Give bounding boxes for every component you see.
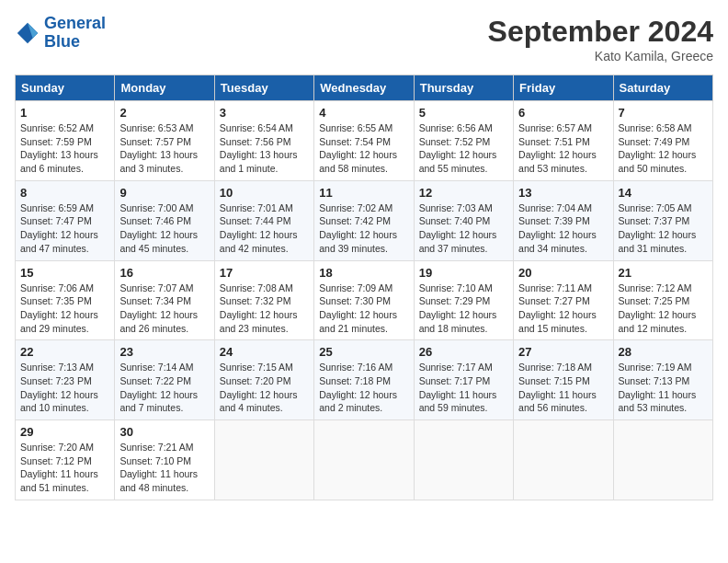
calendar-cell: 26Sunrise: 7:17 AMSunset: 7:17 PMDayligh… bbox=[414, 340, 513, 420]
calendar-cell: 15Sunrise: 7:06 AMSunset: 7:35 PMDayligh… bbox=[16, 260, 115, 340]
day-info: Sunrise: 7:12 AMSunset: 7:25 PMDaylight:… bbox=[619, 282, 708, 336]
day-number: 9 bbox=[119, 186, 209, 200]
weekday-header-friday: Friday bbox=[514, 75, 613, 101]
weekday-header-monday: Monday bbox=[115, 75, 214, 101]
calendar-cell: 6Sunrise: 6:57 AMSunset: 7:51 PMDaylight… bbox=[514, 101, 613, 181]
day-number: 21 bbox=[619, 266, 708, 280]
day-number: 6 bbox=[518, 106, 608, 120]
calendar-cell: 21Sunrise: 7:12 AMSunset: 7:25 PMDayligh… bbox=[613, 260, 712, 340]
calendar-cell: 11Sunrise: 7:02 AMSunset: 7:42 PMDayligh… bbox=[314, 180, 414, 260]
day-info: Sunrise: 6:53 AMSunset: 7:57 PMDaylight:… bbox=[119, 121, 209, 176]
day-info: Sunrise: 7:17 AMSunset: 7:17 PMDaylight:… bbox=[419, 361, 508, 415]
calendar-cell: 1Sunrise: 6:52 AMSunset: 7:59 PMDaylight… bbox=[16, 101, 115, 181]
day-info: Sunrise: 6:59 AMSunset: 7:47 PMDaylight:… bbox=[20, 201, 109, 256]
calendar-cell: 18Sunrise: 7:09 AMSunset: 7:30 PMDayligh… bbox=[314, 260, 414, 340]
day-number: 26 bbox=[419, 345, 508, 359]
calendar-cell: 27Sunrise: 7:18 AMSunset: 7:15 PMDayligh… bbox=[514, 340, 613, 420]
day-number: 22 bbox=[20, 345, 109, 359]
title-block: September 2024 Kato Kamila, Greece bbox=[488, 15, 713, 63]
calendar-cell: 20Sunrise: 7:11 AMSunset: 7:27 PMDayligh… bbox=[514, 260, 613, 340]
logo-icon bbox=[15, 20, 40, 46]
day-info: Sunrise: 7:07 AMSunset: 7:34 PMDaylight:… bbox=[119, 282, 209, 336]
day-info: Sunrise: 7:03 AMSunset: 7:40 PMDaylight:… bbox=[419, 201, 508, 256]
day-number: 16 bbox=[119, 266, 209, 280]
calendar-cell: 23Sunrise: 7:14 AMSunset: 7:22 PMDayligh… bbox=[115, 340, 214, 420]
calendar-cell: 25Sunrise: 7:16 AMSunset: 7:18 PMDayligh… bbox=[314, 340, 414, 420]
calendar-week-row: 8Sunrise: 6:59 AMSunset: 7:47 PMDaylight… bbox=[16, 180, 713, 260]
calendar-cell bbox=[613, 420, 712, 500]
day-number: 28 bbox=[619, 345, 708, 359]
day-number: 29 bbox=[20, 425, 109, 439]
day-info: Sunrise: 7:00 AMSunset: 7:46 PMDaylight:… bbox=[119, 201, 209, 256]
day-info: Sunrise: 7:10 AMSunset: 7:29 PMDaylight:… bbox=[419, 282, 508, 336]
calendar-cell: 29Sunrise: 7:20 AMSunset: 7:12 PMDayligh… bbox=[16, 420, 115, 500]
day-number: 4 bbox=[319, 106, 408, 120]
calendar-cell: 19Sunrise: 7:10 AMSunset: 7:29 PMDayligh… bbox=[414, 260, 513, 340]
day-info: Sunrise: 6:55 AMSunset: 7:54 PMDaylight:… bbox=[319, 121, 408, 176]
day-number: 5 bbox=[419, 106, 508, 120]
day-info: Sunrise: 7:20 AMSunset: 7:12 PMDaylight:… bbox=[20, 441, 109, 495]
day-number: 18 bbox=[319, 266, 408, 280]
day-info: Sunrise: 7:19 AMSunset: 7:13 PMDaylight:… bbox=[619, 361, 708, 415]
day-number: 13 bbox=[518, 186, 608, 200]
day-number: 8 bbox=[20, 186, 109, 200]
calendar-week-row: 29Sunrise: 7:20 AMSunset: 7:12 PMDayligh… bbox=[16, 420, 713, 500]
weekday-header-sunday: Sunday bbox=[16, 75, 115, 101]
day-info: Sunrise: 6:57 AMSunset: 7:51 PMDaylight:… bbox=[518, 121, 608, 176]
day-number: 17 bbox=[220, 266, 309, 280]
calendar-cell: 4Sunrise: 6:55 AMSunset: 7:54 PMDaylight… bbox=[314, 101, 414, 181]
calendar-cell bbox=[214, 420, 313, 500]
day-number: 2 bbox=[119, 106, 209, 120]
calendar-cell: 3Sunrise: 6:54 AMSunset: 7:56 PMDaylight… bbox=[214, 101, 313, 181]
calendar-week-row: 22Sunrise: 7:13 AMSunset: 7:23 PMDayligh… bbox=[16, 340, 713, 420]
calendar-cell: 30Sunrise: 7:21 AMSunset: 7:10 PMDayligh… bbox=[115, 420, 214, 500]
calendar-week-row: 1Sunrise: 6:52 AMSunset: 7:59 PMDaylight… bbox=[16, 101, 713, 181]
calendar-week-row: 15Sunrise: 7:06 AMSunset: 7:35 PMDayligh… bbox=[16, 260, 713, 340]
calendar-cell: 14Sunrise: 7:05 AMSunset: 7:37 PMDayligh… bbox=[613, 180, 712, 260]
logo-text: General Blue bbox=[44, 15, 106, 52]
weekday-header-wednesday: Wednesday bbox=[314, 75, 414, 101]
day-number: 27 bbox=[518, 345, 608, 359]
logo-line1: General bbox=[44, 14, 106, 32]
calendar-cell: 16Sunrise: 7:07 AMSunset: 7:34 PMDayligh… bbox=[115, 260, 214, 340]
day-info: Sunrise: 7:09 AMSunset: 7:30 PMDaylight:… bbox=[319, 282, 408, 336]
day-info: Sunrise: 7:04 AMSunset: 7:39 PMDaylight:… bbox=[518, 201, 608, 256]
calendar-table: SundayMondayTuesdayWednesdayThursdayFrid… bbox=[15, 75, 713, 500]
calendar-cell bbox=[414, 420, 513, 500]
day-number: 24 bbox=[220, 345, 309, 359]
day-info: Sunrise: 7:14 AMSunset: 7:22 PMDaylight:… bbox=[119, 361, 209, 415]
location-subtitle: Kato Kamila, Greece bbox=[488, 49, 713, 63]
day-number: 10 bbox=[220, 186, 309, 200]
day-info: Sunrise: 7:15 AMSunset: 7:20 PMDaylight:… bbox=[220, 361, 309, 415]
calendar-cell: 17Sunrise: 7:08 AMSunset: 7:32 PMDayligh… bbox=[214, 260, 313, 340]
calendar-cell: 22Sunrise: 7:13 AMSunset: 7:23 PMDayligh… bbox=[16, 340, 115, 420]
calendar-cell: 24Sunrise: 7:15 AMSunset: 7:20 PMDayligh… bbox=[214, 340, 313, 420]
calendar-cell bbox=[514, 420, 613, 500]
calendar-cell: 12Sunrise: 7:03 AMSunset: 7:40 PMDayligh… bbox=[414, 180, 513, 260]
calendar-cell bbox=[314, 420, 414, 500]
day-info: Sunrise: 7:13 AMSunset: 7:23 PMDaylight:… bbox=[20, 361, 109, 415]
day-number: 15 bbox=[20, 266, 109, 280]
weekday-header-saturday: Saturday bbox=[613, 75, 712, 101]
calendar-body: 1Sunrise: 6:52 AMSunset: 7:59 PMDaylight… bbox=[16, 101, 713, 500]
calendar-cell: 28Sunrise: 7:19 AMSunset: 7:13 PMDayligh… bbox=[613, 340, 712, 420]
calendar-cell: 2Sunrise: 6:53 AMSunset: 7:57 PMDaylight… bbox=[115, 101, 214, 181]
day-number: 19 bbox=[419, 266, 508, 280]
day-number: 14 bbox=[619, 186, 708, 200]
day-number: 3 bbox=[220, 106, 309, 120]
day-info: Sunrise: 7:11 AMSunset: 7:27 PMDaylight:… bbox=[518, 282, 608, 336]
day-number: 30 bbox=[119, 425, 209, 439]
weekday-header-thursday: Thursday bbox=[414, 75, 513, 101]
day-number: 12 bbox=[419, 186, 508, 200]
day-info: Sunrise: 7:02 AMSunset: 7:42 PMDaylight:… bbox=[319, 201, 408, 256]
weekday-row: SundayMondayTuesdayWednesdayThursdayFrid… bbox=[16, 75, 713, 101]
logo: General Blue bbox=[15, 15, 106, 52]
day-info: Sunrise: 7:01 AMSunset: 7:44 PMDaylight:… bbox=[220, 201, 309, 256]
calendar-cell: 5Sunrise: 6:56 AMSunset: 7:52 PMDaylight… bbox=[414, 101, 513, 181]
day-number: 7 bbox=[619, 106, 708, 120]
day-info: Sunrise: 7:08 AMSunset: 7:32 PMDaylight:… bbox=[220, 282, 309, 336]
calendar-header: SundayMondayTuesdayWednesdayThursdayFrid… bbox=[16, 75, 713, 101]
day-info: Sunrise: 6:58 AMSunset: 7:49 PMDaylight:… bbox=[619, 121, 708, 176]
day-number: 23 bbox=[119, 345, 209, 359]
day-info: Sunrise: 7:05 AMSunset: 7:37 PMDaylight:… bbox=[619, 201, 708, 256]
